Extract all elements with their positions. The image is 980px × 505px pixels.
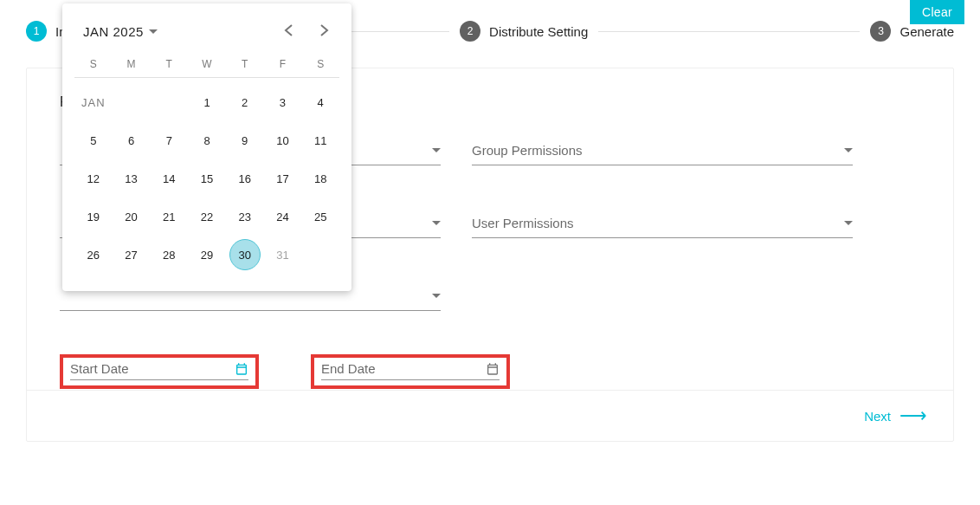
user-permissions-select[interactable]: User Permissions bbox=[472, 209, 853, 238]
chevron-down-icon bbox=[844, 221, 853, 225]
calendar-dow: S bbox=[74, 53, 113, 77]
calendar-day[interactable]: 7 bbox=[150, 121, 188, 159]
calendar-empty bbox=[301, 236, 339, 274]
calendar-day[interactable]: 16 bbox=[226, 159, 264, 197]
chevron-down-icon bbox=[844, 148, 853, 152]
card-footer: Next ⟶ bbox=[27, 390, 953, 441]
calendar-day[interactable]: 19 bbox=[74, 197, 113, 236]
calendar-dow: W bbox=[188, 53, 226, 77]
next-button[interactable]: Next ⟶ bbox=[864, 406, 927, 425]
calendar-day[interactable]: 22 bbox=[188, 197, 226, 236]
step-3-number: 3 bbox=[870, 21, 891, 42]
chevron-down-icon bbox=[432, 221, 441, 225]
step-2-label: Distribute Setting bbox=[489, 24, 588, 39]
arrow-right-icon: ⟶ bbox=[899, 406, 927, 425]
calendar-day[interactable]: 30 bbox=[226, 236, 264, 274]
calendar-day[interactable]: 24 bbox=[264, 197, 302, 236]
calendar-day[interactable]: 21 bbox=[150, 197, 188, 236]
calendar-day[interactable]: 3 bbox=[264, 83, 302, 121]
calendar-day[interactable]: 20 bbox=[113, 197, 151, 236]
end-date-input[interactable]: End Date bbox=[321, 361, 500, 380]
calendar-dow: M bbox=[113, 53, 151, 77]
month-year-selector[interactable]: JAN 2025 bbox=[83, 24, 158, 39]
calendar-dow: F bbox=[264, 53, 302, 77]
next-month-button[interactable] bbox=[317, 19, 332, 44]
step-3-label: Generate bbox=[899, 24, 954, 39]
calendar-day[interactable]: 27 bbox=[113, 236, 151, 274]
step-divider bbox=[598, 31, 860, 32]
calendar-day[interactable]: 18 bbox=[301, 159, 339, 197]
calendar-day[interactable]: 15 bbox=[188, 159, 226, 197]
calendar-day[interactable]: 17 bbox=[264, 159, 302, 197]
calendar-day[interactable]: 26 bbox=[74, 236, 113, 274]
calendar-icon[interactable] bbox=[486, 362, 500, 376]
chevron-down-icon bbox=[149, 29, 158, 34]
calendar-grid: SMTWTFSJAN123456789101112131415161718192… bbox=[62, 53, 351, 274]
calendar-day[interactable]: 28 bbox=[150, 236, 188, 274]
step-2-number: 2 bbox=[460, 21, 480, 42]
calendar-day[interactable]: 1 bbox=[188, 83, 226, 121]
chevron-down-icon bbox=[432, 294, 441, 298]
chevron-down-icon bbox=[432, 148, 441, 152]
calendar-day[interactable]: 9 bbox=[226, 121, 264, 159]
calendar-day[interactable]: 29 bbox=[188, 236, 226, 274]
calendar-day[interactable]: 12 bbox=[74, 159, 113, 197]
prev-month-button[interactable] bbox=[280, 19, 296, 44]
step-1-number: 1 bbox=[26, 21, 47, 42]
user-permissions-label: User Permissions bbox=[472, 216, 574, 230]
calendar-day[interactable]: 6 bbox=[113, 121, 151, 159]
next-label: Next bbox=[864, 409, 891, 424]
clear-button[interactable]: Clear bbox=[910, 0, 964, 24]
calendar-day: 31 bbox=[264, 236, 302, 274]
calendar-month-short: JAN bbox=[74, 83, 113, 121]
calendar-icon[interactable] bbox=[235, 362, 248, 376]
calendar-dow: T bbox=[226, 53, 264, 77]
calendar-empty bbox=[150, 83, 188, 121]
calendar-day[interactable]: 5 bbox=[74, 121, 113, 159]
calendar-day[interactable]: 8 bbox=[188, 121, 226, 159]
start-date-input[interactable]: Start Date bbox=[70, 361, 248, 380]
calendar-day[interactable]: 25 bbox=[301, 197, 339, 236]
step-2[interactable]: 2 Distribute Setting bbox=[460, 21, 588, 42]
end-date-label: End Date bbox=[321, 361, 376, 376]
calendar-day[interactable]: 14 bbox=[150, 159, 188, 197]
group-permissions-label: Group Permissions bbox=[472, 143, 583, 158]
calendar-empty bbox=[113, 83, 151, 121]
group-permissions-select[interactable]: Group Permissions bbox=[472, 136, 853, 165]
datepicker-popup: JAN 2025 SMTWTFSJAN123456789101112131415… bbox=[62, 3, 351, 291]
calendar-day[interactable]: 11 bbox=[301, 121, 339, 159]
start-date-highlight: Start Date bbox=[60, 354, 259, 389]
calendar-dow: T bbox=[150, 53, 188, 77]
calendar-day[interactable]: 23 bbox=[226, 197, 264, 236]
calendar-day[interactable]: 13 bbox=[113, 159, 151, 197]
month-year-label: JAN 2025 bbox=[83, 24, 144, 39]
calendar-day[interactable]: 4 bbox=[301, 83, 339, 121]
calendar-day[interactable]: 10 bbox=[264, 121, 302, 159]
calendar-dow: S bbox=[301, 53, 339, 77]
calendar-day[interactable]: 2 bbox=[226, 83, 264, 121]
end-date-highlight: End Date bbox=[311, 354, 510, 389]
start-date-label: Start Date bbox=[70, 361, 129, 376]
